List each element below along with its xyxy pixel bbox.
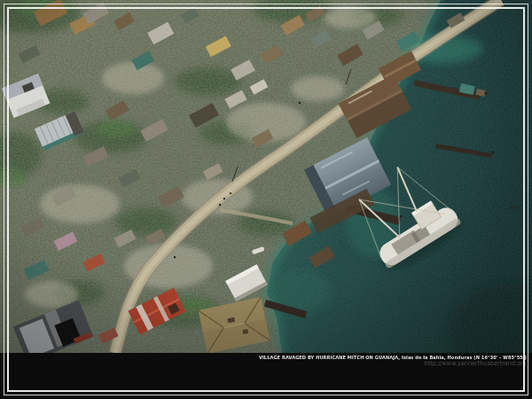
caption-credit-url: http://www.yannarthusbertrand.org [259,361,527,367]
aerial-photo-svg [0,0,532,353]
photo-caption: VILLAGE RAVAGED BY HURRICANE MITCH ON GU… [259,355,527,367]
caption-band: VILLAGE RAVAGED BY HURRICANE MITCH ON GU… [0,353,532,399]
wallpaper-page: VILLAGE RAVAGED BY HURRICANE MITCH ON GU… [0,0,532,399]
vignette [0,0,532,353]
aerial-photo [0,0,532,353]
